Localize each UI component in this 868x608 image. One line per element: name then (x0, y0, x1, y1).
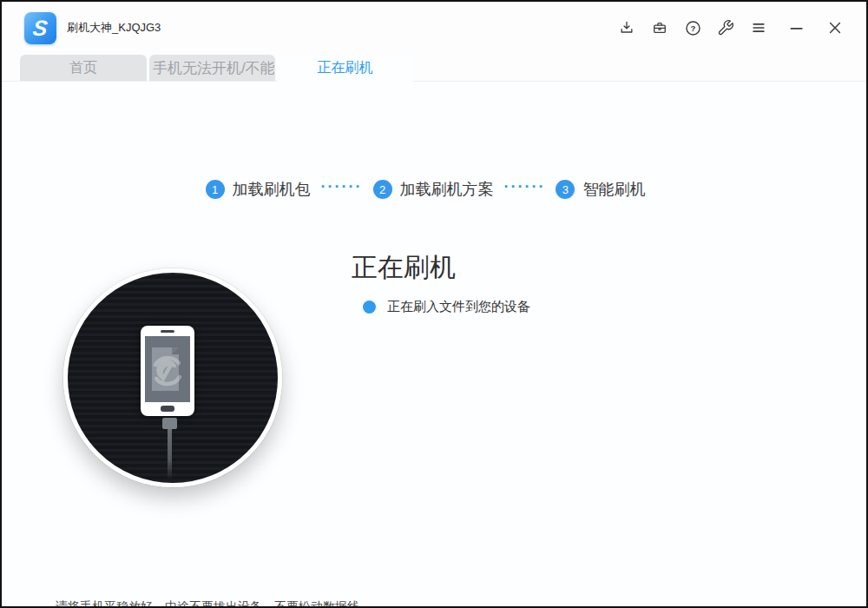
download-icon[interactable] (616, 17, 637, 38)
warning-text: 请将手机平稳放好，中途不要拔出设备，不要松动数据线 (56, 599, 359, 608)
tab-home-label: 首页 (69, 59, 97, 77)
tab-phone-wont-boot-label: 手机无法开机/不能 (153, 58, 275, 78)
step-1: 1 加载刷机包 (206, 179, 311, 200)
app-title: 刷机大神_KJQJG3 (67, 20, 161, 36)
tab-home[interactable]: 首页 (20, 55, 147, 81)
step-indicator: 1 加载刷机包 ······ 2 加载刷机方案 ······ 3 智能刷机 (2, 179, 849, 200)
tab-bar: 首页 手机无法开机/不能 正在刷机 (2, 54, 866, 82)
step-2-badge: 2 (373, 180, 392, 199)
menu-icon[interactable] (748, 17, 769, 38)
help-icon[interactable]: ? (682, 17, 703, 38)
tab-phone-wont-boot[interactable]: 手机无法开机/不能 (149, 55, 275, 81)
step-2: 2 加载刷机方案 (373, 179, 494, 200)
page-title: 正在刷机 (352, 250, 456, 286)
titlebar: S 刷机大神_KJQJG3 ? (2, 2, 866, 54)
step-separator-dots: ······ (321, 179, 363, 200)
device-illustration (63, 268, 282, 487)
phone-icon (141, 326, 194, 416)
phone-screen (145, 336, 190, 402)
status-text: 正在刷入文件到您的设备 (387, 299, 530, 315)
step-3-badge: 3 (556, 180, 575, 199)
step-3-label: 智能刷机 (582, 179, 645, 200)
step-separator-dots: ······ (504, 179, 546, 200)
tab-flashing-active[interactable]: 正在刷机 (278, 55, 412, 82)
close-button[interactable] (825, 17, 845, 38)
step-1-badge: 1 (206, 180, 225, 199)
status-dot-icon (363, 301, 376, 314)
tab-flashing-label: 正在刷机 (318, 59, 373, 77)
flash-swirl-icon (148, 351, 187, 391)
step-3: 3 智能刷机 (556, 179, 645, 200)
app-logo-letter: S (32, 17, 49, 39)
wrench-icon[interactable] (715, 17, 736, 38)
usb-cable (168, 429, 172, 479)
step-1-label: 加载刷机包 (233, 179, 311, 200)
minimize-button[interactable] (786, 17, 807, 38)
phone-home-button (161, 406, 174, 412)
usb-plug (162, 418, 177, 429)
toolbox-icon[interactable] (649, 17, 670, 38)
main-content: 1 加载刷机包 ······ 2 加载刷机方案 ······ 3 智能刷机 (2, 82, 866, 607)
status-row: 正在刷入文件到您的设备 (363, 299, 530, 315)
svg-text:?: ? (690, 23, 695, 33)
app-logo-icon: S (24, 12, 56, 44)
phone-speaker (161, 330, 174, 333)
step-2-label: 加载刷机方案 (400, 179, 494, 200)
titlebar-icons: ? (616, 17, 866, 38)
app-window: S 刷机大神_KJQJG3 ? (0, 0, 868, 608)
